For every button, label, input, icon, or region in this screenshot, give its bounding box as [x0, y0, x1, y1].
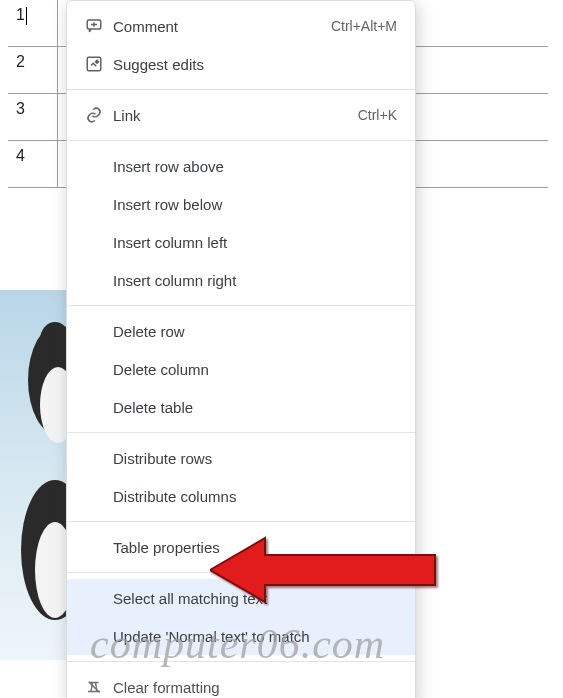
- menu-clear-formatting[interactable]: Clear formatting: [67, 668, 415, 698]
- table-cell[interactable]: 3: [8, 94, 58, 140]
- menu-item-label: Insert row above: [113, 158, 397, 175]
- menu-delete-table[interactable]: Delete table: [67, 388, 415, 426]
- menu-separator: [67, 572, 415, 573]
- menu-distribute-columns[interactable]: Distribute columns: [67, 477, 415, 515]
- clear-formatting-icon: [81, 678, 107, 696]
- menu-item-label: Distribute columns: [113, 488, 397, 505]
- menu-item-label: Comment: [113, 18, 331, 35]
- menu-item-label: Clear formatting: [113, 679, 397, 696]
- menu-insert-row-below[interactable]: Insert row below: [67, 185, 415, 223]
- menu-suggest-edits[interactable]: Suggest edits: [67, 45, 415, 83]
- menu-delete-column[interactable]: Delete column: [67, 350, 415, 388]
- keyboard-shortcut: Ctrl+Alt+M: [331, 18, 397, 34]
- menu-separator: [67, 140, 415, 141]
- menu-delete-row[interactable]: Delete row: [67, 312, 415, 350]
- menu-distribute-rows[interactable]: Distribute rows: [67, 439, 415, 477]
- comment-icon: [81, 17, 107, 35]
- menu-separator: [67, 432, 415, 433]
- menu-item-label: Insert column left: [113, 234, 397, 251]
- menu-item-label: Table properties: [113, 539, 397, 556]
- menu-item-label: Delete column: [113, 361, 397, 378]
- menu-item-label: Insert column right: [113, 272, 397, 289]
- menu-table-properties[interactable]: Table properties: [67, 528, 415, 566]
- menu-item-label: Select all matching text: [113, 590, 397, 607]
- menu-item-label: Delete table: [113, 399, 397, 416]
- menu-insert-row-above[interactable]: Insert row above: [67, 147, 415, 185]
- suggest-edits-icon: [81, 55, 107, 73]
- menu-item-label: Link: [113, 107, 358, 124]
- menu-item-label: Update 'Normal text' to match: [113, 628, 397, 645]
- table-cell[interactable]: 4: [8, 141, 58, 187]
- table-cell[interactable]: 2: [8, 47, 58, 93]
- link-icon: [81, 106, 107, 124]
- menu-link[interactable]: Link Ctrl+K: [67, 96, 415, 134]
- menu-insert-column-right[interactable]: Insert column right: [67, 261, 415, 299]
- svg-line-10: [89, 682, 100, 693]
- menu-separator: [67, 661, 415, 662]
- menu-select-all-matching[interactable]: Select all matching text: [67, 579, 415, 617]
- menu-item-label: Delete row: [113, 323, 397, 340]
- menu-item-label: Insert row below: [113, 196, 397, 213]
- menu-item-label: Suggest edits: [113, 56, 397, 73]
- keyboard-shortcut: Ctrl+K: [358, 107, 397, 123]
- menu-insert-column-left[interactable]: Insert column left: [67, 223, 415, 261]
- menu-item-label: Distribute rows: [113, 450, 397, 467]
- menu-update-normal-text[interactable]: Update 'Normal text' to match: [67, 617, 415, 655]
- table-cell[interactable]: 1: [8, 0, 58, 46]
- menu-separator: [67, 89, 415, 90]
- menu-separator: [67, 305, 415, 306]
- context-menu: Comment Ctrl+Alt+M Suggest edits Link Ct…: [66, 0, 416, 698]
- menu-separator: [67, 521, 415, 522]
- menu-comment[interactable]: Comment Ctrl+Alt+M: [67, 7, 415, 45]
- document-image: [0, 290, 70, 660]
